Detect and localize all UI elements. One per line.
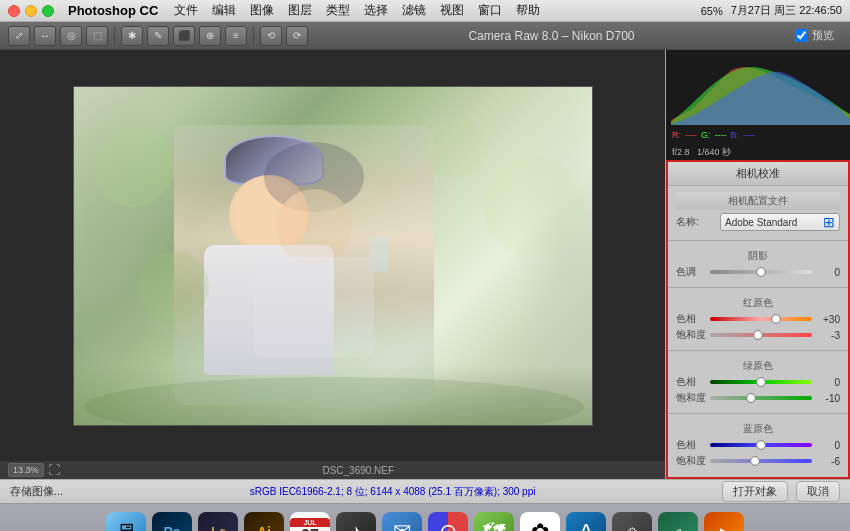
green-hue-slider[interactable] — [710, 375, 812, 389]
toolbar-btn-1[interactable]: ⤢ — [8, 26, 30, 46]
blue-hue-thumb[interactable] — [756, 440, 766, 450]
toolbar-btn-8[interactable]: ⊕ — [199, 26, 221, 46]
dock-icon-appstore[interactable]: A — [566, 512, 606, 532]
dock-icon-calendar[interactable]: JUL 27 — [290, 512, 330, 532]
shadow-section: 阴影 色调 0 — [668, 243, 848, 285]
green-hue-value: 0 — [816, 377, 840, 388]
dock-icon-lightroom[interactable]: Lr — [198, 512, 238, 532]
histogram-area: R: ---- G: ---- B: ---- f/2.8 1/640 秒 IS… — [666, 50, 850, 160]
divider-2 — [668, 287, 848, 288]
dock-icon-photos[interactable]: ✿ — [520, 512, 560, 532]
blue-hue-value: 0 — [816, 440, 840, 451]
menu-layer[interactable]: 图层 — [282, 0, 318, 21]
red-sat-label: 饱和度 — [676, 328, 706, 342]
shadow-tint-row: 色调 0 — [676, 265, 840, 279]
red-section: 红原色 色相 +30 饱和度 — [668, 290, 848, 348]
svg-point-4 — [84, 377, 584, 426]
dock-icon-misc1[interactable]: ⚙ — [612, 512, 652, 532]
red-hue-track — [710, 317, 812, 321]
dock-icon-misc2[interactable]: ♬ — [658, 512, 698, 532]
profile-select[interactable]: Adobe Standard ⊞ — [720, 213, 840, 231]
section-profile-label: 相机配置文件 — [676, 192, 840, 210]
menu-help[interactable]: 帮助 — [510, 0, 546, 21]
toolbar-btn-4[interactable]: ⬚ — [86, 26, 108, 46]
zoom-icon[interactable]: ⛶ — [48, 463, 60, 477]
panel-header: 相机校准 — [668, 162, 848, 186]
dock-icon-mail[interactable]: ✉ — [382, 512, 422, 532]
cancel-button[interactable]: 取消 — [796, 481, 840, 502]
toolbar-btn-6[interactable]: ✎ — [147, 26, 169, 46]
app-name[interactable]: Photoshop CC — [68, 3, 158, 18]
filename: DSC_3690.NEF — [60, 465, 657, 476]
dock-icon-safari[interactable]: ⊙ — [428, 512, 468, 532]
blue-section: 蓝原色 色相 0 饱和度 — [668, 416, 848, 474]
dock-icon-maps[interactable]: 🗺 — [474, 512, 514, 532]
toolbar-btn-3[interactable]: ◎ — [60, 26, 82, 46]
green-hue-track — [710, 380, 812, 384]
blue-hue-slider[interactable] — [710, 438, 812, 452]
toolbar-btn-11[interactable]: ⟳ — [286, 26, 308, 46]
toolbar-title: Camera Raw 8.0 – Nikon D700 — [312, 29, 791, 43]
shadow-tint-thumb[interactable] — [756, 267, 766, 277]
maximize-button[interactable] — [42, 5, 54, 17]
battery-pct: 65% — [701, 5, 723, 17]
clock: 7月27日 周三 22:46:50 — [731, 3, 842, 18]
dock-icon-misc3[interactable]: ▶ — [704, 512, 744, 532]
red-title: 红原色 — [676, 296, 840, 310]
red-sat-track — [710, 333, 812, 337]
close-button[interactable] — [8, 5, 20, 17]
red-sat-thumb[interactable] — [753, 330, 763, 340]
menu-filter[interactable]: 滤镜 — [396, 0, 432, 21]
zoom-level[interactable]: 13.3% — [8, 463, 44, 477]
photo-canvas[interactable] — [0, 50, 665, 461]
blue-sat-thumb[interactable] — [750, 456, 760, 466]
red-hue-thumb[interactable] — [771, 314, 781, 324]
red-hue-row: 色相 +30 — [676, 312, 840, 326]
menu-file[interactable]: 文件 — [168, 0, 204, 21]
chevron-down-icon: ⊞ — [823, 214, 835, 230]
red-sat-value: -3 — [816, 330, 840, 341]
green-sat-thumb[interactable] — [746, 393, 756, 403]
svg-point-3 — [139, 252, 209, 322]
dock-icon-music[interactable]: ♪ — [336, 512, 376, 532]
blue-sat-slider[interactable] — [710, 454, 812, 468]
dock-icon-finder[interactable]: 🖥 — [106, 512, 146, 532]
save-photo-button[interactable]: 存储图像... — [10, 484, 63, 499]
dock-icon-photoshop[interactable]: Ps — [152, 512, 192, 532]
menu-image[interactable]: 图像 — [244, 0, 280, 21]
shadow-tint-slider[interactable] — [710, 265, 812, 279]
green-hue-label: 色相 — [676, 375, 706, 389]
svg-point-6 — [276, 189, 352, 265]
blue-hue-track — [710, 443, 812, 447]
minimize-button[interactable] — [25, 5, 37, 17]
name-field-row: 名称: Adobe Standard ⊞ — [676, 213, 840, 231]
toolbar-separator-2 — [253, 27, 254, 45]
menu-window[interactable]: 窗口 — [472, 0, 508, 21]
shadow-tint-label: 色调 — [676, 265, 706, 279]
red-hue-slider[interactable] — [710, 312, 812, 326]
toolbar-btn-2[interactable]: ↔ — [34, 26, 56, 46]
menubar-left: Photoshop CC 文件 编辑 图像 图层 类型 选择 滤镜 视图 窗口 … — [8, 0, 546, 21]
toolbar-btn-7[interactable]: ⬛ — [173, 26, 195, 46]
green-hue-thumb[interactable] — [756, 377, 766, 387]
green-sat-label: 饱和度 — [676, 391, 706, 405]
toolbar-btn-5[interactable]: ✱ — [121, 26, 143, 46]
menu-view[interactable]: 视图 — [434, 0, 470, 21]
toolbar-btn-9[interactable]: ≡ — [225, 26, 247, 46]
toolbar-btn-10[interactable]: ⟲ — [260, 26, 282, 46]
dock-icon-illustrator[interactable]: Ai — [244, 512, 284, 532]
red-sat-row: 饱和度 -3 — [676, 328, 840, 342]
menu-type[interactable]: 类型 — [320, 0, 356, 21]
red-sat-slider[interactable] — [710, 328, 812, 342]
main-area: 13.3% ⛶ DSC_3690.NEF R: ---- G — [0, 50, 850, 479]
menubar-right: 65% 7月27日 周三 22:46:50 — [701, 0, 842, 21]
preview-checkbox[interactable]: 预览 — [795, 28, 834, 43]
blue-title: 蓝原色 — [676, 422, 840, 436]
red-hue-value: +30 — [816, 314, 840, 325]
menu-edit[interactable]: 编辑 — [206, 0, 242, 21]
preview-label: 预览 — [812, 28, 834, 43]
preview-toggle[interactable] — [795, 29, 808, 42]
green-sat-slider[interactable] — [710, 391, 812, 405]
menu-select[interactable]: 选择 — [358, 0, 394, 21]
open-object-button[interactable]: 打开对象 — [722, 481, 788, 502]
